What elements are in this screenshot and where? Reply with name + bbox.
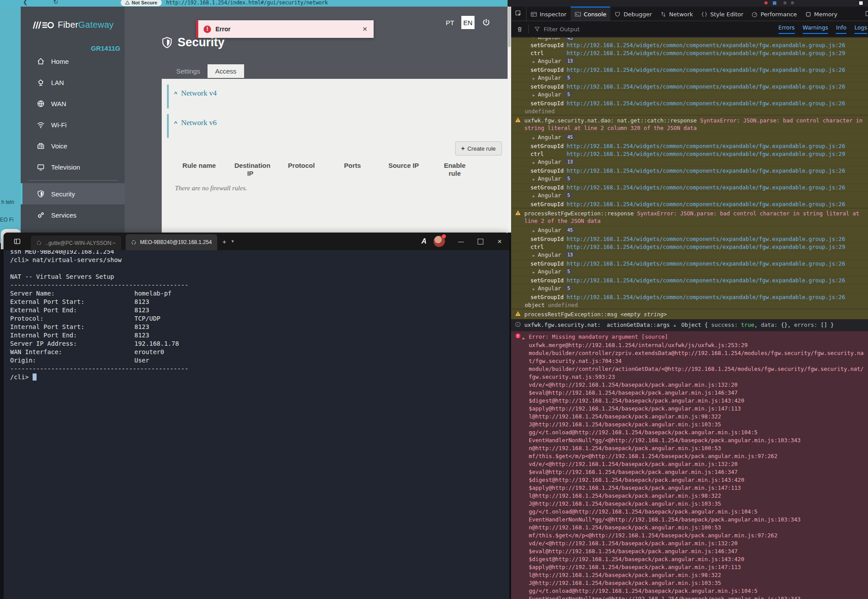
expand-triangle-icon[interactable]: ▶ <box>533 177 535 181</box>
filter-warnings[interactable]: Warnings <box>803 24 828 34</box>
sidebar-item-television[interactable]: Television <box>21 156 125 177</box>
extension-icon[interactable] <box>764 1 768 4</box>
source-link[interactable]: http://192.168.1.254/widgets/common/comp… <box>567 150 845 158</box>
expand-triangle-icon[interactable]: ▶ <box>533 194 535 198</box>
expand-triangle-icon[interactable]: ▶ <box>533 270 535 274</box>
terminal-output[interactable]: ssh MEO-9BB240@192.168.1.254/cli> nat/vi… <box>4 248 509 381</box>
repeat-count-badge: 45 <box>565 134 576 140</box>
console-group-row[interactable]: ▶Angular5 <box>511 191 868 200</box>
expand-triangle-icon[interactable]: ▶ <box>533 254 535 258</box>
console-group-row[interactable]: ▶Angular13 <box>511 57 868 66</box>
console-group-row[interactable]: ▶Angular5 <box>511 74 868 82</box>
console-group-row[interactable]: ▶Angular45 <box>511 133 868 142</box>
source-link[interactable]: http://192.168.1.254/widgets/common/comp… <box>567 41 845 49</box>
avatar[interactable] <box>434 236 445 247</box>
not-secure-badge[interactable]: Not Secure <box>121 0 162 6</box>
sidebar-item-wan[interactable]: WAN <box>21 93 125 114</box>
tab-access[interactable]: Access <box>208 64 244 78</box>
toolbar-icon[interactable] <box>859 1 863 5</box>
reload-icon[interactable]: ↻ <box>53 0 58 5</box>
source-link[interactable]: http://192.168.1.254/widgets/common/comp… <box>567 235 845 243</box>
sidebar-item-home[interactable]: Home <box>21 51 125 72</box>
new-tab-icon[interactable]: + <box>223 238 226 245</box>
sidebar-item-lan[interactable]: LAN <box>21 72 125 93</box>
source-link[interactable]: http://192.168.1.254/widgets/common/comp… <box>567 184 845 191</box>
expand-triangle-icon[interactable]: ▶ <box>533 93 535 97</box>
clear-console-icon[interactable] <box>516 26 523 33</box>
error-message[interactable]: ▶Error: Missing mandatory argument [sour… <box>511 331 868 341</box>
filter-logs[interactable]: Logs <box>854 24 867 34</box>
section-network-v4[interactable]: ^ Network v4 <box>167 85 508 108</box>
source-link[interactable]: http://192.168.1.254/widgets/common/comp… <box>567 293 845 301</box>
console-group-row[interactable]: ▶Angular45 <box>511 38 868 41</box>
pane-icon[interactable] <box>13 237 21 245</box>
source-link[interactable]: http://192.168.1.254/widgets/common/comp… <box>567 49 845 57</box>
page-scrollbar[interactable] <box>508 7 511 233</box>
filter-errors[interactable]: Errors <box>779 24 795 34</box>
table-column-label: Rule name <box>182 162 216 170</box>
sidebar-item-wifi[interactable]: Wi-Fi <box>21 114 125 135</box>
object-preview[interactable]: Object { success: true, data: {}, errors… <box>681 322 834 328</box>
back-icon[interactable]: ❮ <box>23 0 28 5</box>
lang-pt-button[interactable]: PT <box>446 19 454 26</box>
devtools-tab-network[interactable]: Network <box>656 7 697 21</box>
scrollbar-thumb[interactable] <box>508 7 511 47</box>
source-link[interactable]: http://192.168.1.254/widgets/common/comp… <box>567 200 845 208</box>
maximize-button[interactable] <box>471 233 490 250</box>
close-button[interactable]: ✕ <box>490 233 509 250</box>
extension-icon[interactable] <box>773 1 776 5</box>
source-link[interactable]: http://192.168.1.254/widgets/common/comp… <box>567 83 845 90</box>
devtools-tab-style-editor[interactable]: Style Editor <box>697 7 747 21</box>
stack-frame: uxfwk.merge@http://192.168.1.254/interna… <box>529 341 864 349</box>
source-link[interactable]: http://192.168.1.254/widgets/common/comp… <box>567 260 845 267</box>
tab-dropdown-icon[interactable]: ▼ <box>230 239 234 244</box>
console-group-row[interactable]: ▶Angular5 <box>511 267 868 276</box>
sidebar-item-security[interactable]: Security <box>21 183 125 204</box>
devtools-tab-inspector[interactable]: Inspector <box>527 7 571 21</box>
expand-triangle-icon[interactable]: ▶ <box>533 136 535 140</box>
toolbar-icon[interactable] <box>791 1 794 4</box>
power-icon[interactable] <box>482 18 491 27</box>
sidebar-item-services[interactable]: Services <box>21 204 125 226</box>
terminal-tab[interactable]: ..gutte@PC-WIN-ALYSSON:~ <box>31 236 121 250</box>
close-icon[interactable]: ✕ <box>362 26 367 33</box>
devtools-tab-performance[interactable]: Performance <box>747 7 801 21</box>
console-group-row[interactable]: ▶Angular45 <box>511 226 868 235</box>
lang-en-button[interactable]: EN <box>461 16 475 29</box>
expand-triangle-icon[interactable]: ▶ <box>533 229 535 233</box>
console-group-row[interactable]: ▶Angular13 <box>511 251 868 259</box>
expand-triangle-icon[interactable]: ▶ <box>533 60 535 64</box>
section-network-v6[interactable]: ^ Network v6 <box>167 114 508 138</box>
expand-triangle-icon[interactable]: ▶ <box>523 335 525 342</box>
sidebar-item-voice[interactable]: Voice <box>21 135 125 156</box>
devtools-tab-memory[interactable]: Memory <box>801 7 842 21</box>
source-link[interactable]: http://192.168.1.254/widgets/common/comp… <box>567 277 845 284</box>
devtools-tab-console[interactable]: Console <box>571 7 611 21</box>
devtools-tab-debugger[interactable]: Debugger <box>610 7 656 21</box>
source-link[interactable]: http://192.168.1.254/widgets/common/comp… <box>567 142 845 150</box>
element-picker-icon[interactable] <box>511 7 527 21</box>
expand-triangle-icon[interactable]: ▶ <box>533 161 535 165</box>
expand-triangle-icon[interactable]: ▶ <box>533 77 535 81</box>
filter-input[interactable]: Filter Output <box>544 26 580 33</box>
expand-triangle-icon[interactable]: ▶ <box>533 287 535 291</box>
create-rule-button[interactable]: + Create rule <box>455 141 502 155</box>
console-group-row[interactable]: ▶Angular13 <box>511 158 868 166</box>
source-link[interactable]: http://192.168.1.254/widgets/common/comp… <box>567 167 845 174</box>
source-link[interactable]: http://192.168.1.254/widgets/common/comp… <box>567 243 845 251</box>
expand-triangle-icon[interactable]: ▶ <box>670 324 678 328</box>
expand-triangle-icon[interactable]: ▶ <box>533 38 535 41</box>
tab-settings[interactable]: Settings <box>169 64 208 78</box>
source-link[interactable]: http://192.168.1.254/widgets/common/comp… <box>567 66 845 74</box>
toolbar-icon[interactable] <box>783 1 786 4</box>
source-link[interactable]: http://192.168.1.254/widgets/common/comp… <box>567 100 845 107</box>
console-group-row[interactable]: ▶Angular5 <box>511 284 868 293</box>
more-tools-icon[interactable] <box>864 7 868 21</box>
terminal-tab[interactable]: MEO-9BB240@192.168.1.254 <box>126 234 217 250</box>
url-text[interactable]: http://192.168.1.254/index.html#/gui/sec… <box>166 0 328 6</box>
filter-info[interactable]: Info <box>836 24 846 34</box>
stack-frame: J@http://192.168.1.254/basepack/pack.ang… <box>529 500 864 508</box>
minimize-button[interactable]: — <box>451 233 471 250</box>
console-group-row[interactable]: ▶Angular5 <box>511 174 868 183</box>
console-group-row[interactable]: ▶Angular5 <box>511 90 868 99</box>
